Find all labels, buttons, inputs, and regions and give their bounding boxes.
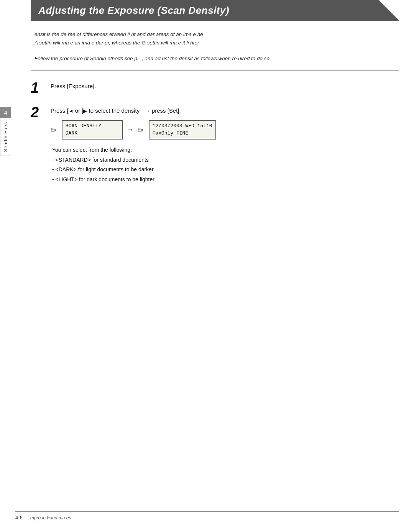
right-arrow-icon: ▶ bbox=[83, 108, 87, 114]
step-2-number: 2 bbox=[31, 105, 44, 120]
left-arrow-icon: ◄ bbox=[69, 108, 74, 114]
options-section: You can select from the following: - <ST… bbox=[52, 146, 399, 184]
step-2-text: Press [◄ or [▶ to select the density → p… bbox=[51, 107, 399, 115]
lcd-before-display: SCAN DENSITY DARK bbox=[62, 120, 123, 140]
option-dark: - <DARK> for light documents to be darke… bbox=[52, 165, 399, 174]
option-light: - <LIGHT> for dark documents to be light… bbox=[52, 175, 399, 184]
lcd-after-display: 12/03/2003 WED 15:10 FaxOnly FINE bbox=[149, 120, 216, 140]
lcd-examples: Ex: SCAN DENSITY DARK → Ex: 12/03/2003 W… bbox=[51, 120, 399, 140]
intro-line2: A settin will ma e an ima e dar er, wher… bbox=[34, 39, 395, 47]
options-intro: You can select from the following: bbox=[52, 146, 399, 155]
intro-paragraph2: Follow the procedure of Sendin ethods se… bbox=[31, 54, 399, 63]
lcd-after-line1: 12/03/2003 WED 15:10 bbox=[153, 122, 212, 130]
step-2: 2 Press [◄ or [▶ to select the density →… bbox=[31, 107, 399, 185]
transition-arrow: → bbox=[127, 126, 134, 134]
step-1-text: Press [Exposure]. bbox=[51, 82, 399, 91]
intro-line3: Follow the procedure of Sendin ethods se… bbox=[34, 54, 395, 63]
page-header: Adjusting the Exposure (Scan Density) bbox=[31, 0, 399, 21]
lcd-before-label: Ex: bbox=[51, 127, 58, 133]
step-2-content: Press [◄ or [▶ to select the density → p… bbox=[51, 107, 399, 185]
step-1-content: Press [Exposure]. bbox=[51, 82, 399, 95]
lcd-after-line2: FaxOnly FINE bbox=[153, 130, 212, 137]
lcd-before-line1: SCAN DENSITY bbox=[66, 122, 119, 130]
step-1: 1 Press [Exposure]. bbox=[31, 82, 399, 95]
sidebar-section-label: Sendin Faes bbox=[2, 118, 10, 156]
lcd-before-line2: DARK bbox=[66, 130, 119, 137]
option-standard: - <STANDARD> for standard documents bbox=[52, 156, 399, 165]
page-footer: 4-6 mpro in Faed ma es bbox=[15, 511, 399, 521]
section-divider bbox=[31, 71, 399, 71]
main-content: Adjusting the Exposure (Scan Density) en… bbox=[15, 0, 414, 220]
footer-text: mpro in Faed ma es bbox=[30, 515, 71, 521]
intro-line1: ensit is the de ree of differences etwee… bbox=[34, 30, 395, 39]
sidebar-tab: 4 Sendin Faes bbox=[0, 107, 11, 156]
step-1-number: 1 bbox=[31, 80, 44, 95]
sidebar-page-number: 4 bbox=[0, 108, 11, 118]
intro-paragraph: ensit is the de ree of differences etwee… bbox=[31, 30, 399, 47]
page-title: Adjusting the Exposure (Scan Density) bbox=[38, 5, 391, 16]
lcd-after-label: Ex: bbox=[138, 127, 145, 133]
footer-page-number: 4-6 bbox=[15, 515, 23, 521]
